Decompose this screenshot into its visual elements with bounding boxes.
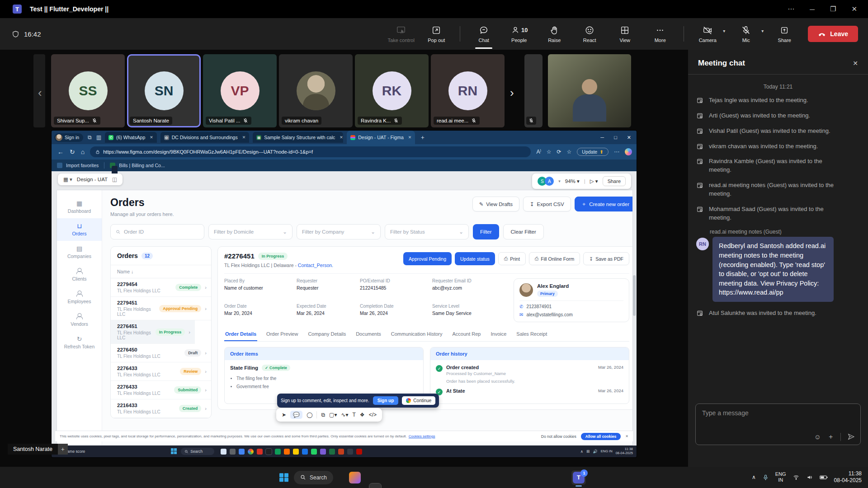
minimize-button[interactable]: ─ [810,5,815,13]
tab-documents[interactable]: Documents [355,328,382,341]
tray-mic-icon[interactable] [762,474,769,481]
video-tile[interactable]: RK Ravindra K... [355,54,429,127]
cookie-close-icon[interactable]: ✕ [625,434,628,438]
new-tab-button[interactable]: ＋ [420,133,425,141]
cursor-tool-icon[interactable]: ➤ [282,412,286,418]
order-row[interactable]: 2216433TL Flex Holdings LLCCreated› [111,399,211,418]
bills-bookmark-link[interactable]: Bills | Billing and Co... [119,163,165,168]
tab-communication-history[interactable]: Communication History [390,328,443,341]
order-id-input[interactable]: Order ID [110,224,204,239]
leave-button[interactable]: Leave [808,26,858,42]
view-button[interactable]: View [609,18,641,50]
video-tile-partial[interactable] [524,54,542,127]
terminal-icon[interactable]: >_ [369,483,381,488]
firefox-icon[interactable] [349,472,361,483]
share-button[interactable]: Share [768,18,801,50]
connector-tool-icon[interactable]: ∿▾ [341,412,348,418]
video-tile[interactable]: SN Santosh Narate [127,54,201,127]
sidebar-item-vendors[interactable]: Vendors [57,309,102,331]
close-button[interactable]: ✕ [851,5,857,13]
filter-company-select[interactable]: Filter by Company⌄ [297,224,381,239]
shared-taskbar-icons[interactable] [221,449,362,455]
url-field[interactable]: https://www.figma.com/design/9BKQ0FOHRWa… [90,146,531,157]
shape-tool-icon[interactable]: ▢▾ [329,412,337,418]
maximize-button[interactable]: ❐ [830,5,836,13]
code-tool-icon[interactable]: </> [369,412,377,418]
wifi-icon[interactable] [793,474,800,481]
browser-tab-dc-divisions[interactable]: ◍ DC Divisions and Surroundings✕ [160,132,249,143]
send-icon[interactable] [847,433,855,441]
filter-domicile-select[interactable]: Filter by Domicile⌄ [208,224,292,239]
attach-plus-icon[interactable]: ＋ [827,432,834,441]
sidebar-item-orders[interactable]: ⊔Orders [57,218,102,241]
emoji-icon[interactable]: ☺ [814,433,821,441]
camera-button[interactable]: Camera [691,25,724,43]
shared-start-button[interactable] [171,448,177,455]
browser-tab-salary-sheet[interactable]: ▦ Sample Salary Structure with calc✕ [253,132,343,143]
volume-icon[interactable] [806,474,813,481]
create-new-order-button[interactable]: ＋Create new order [575,197,633,211]
tab-close-icon[interactable]: ✕ [150,135,153,140]
page-scrollbar[interactable] [633,275,636,316]
contact-email[interactable]: ✉alex@vstatefilings.com [519,312,623,317]
figma-menu-icon[interactable]: ▦ ▾ [63,176,72,183]
allow-cookies-button[interactable]: Allow all cookies [581,433,621,440]
approval-pending-button[interactable]: Approval Pending [403,252,452,265]
browser-tab-figma-active[interactable]: Design - UAT - Figma✕ [347,131,415,144]
panel-toggle-icon[interactable]: ◫ [112,176,117,183]
browser-minimize-icon[interactable]: ─ [600,135,604,141]
more-button[interactable]: More [644,18,676,50]
video-tile[interactable]: vikram chavan [279,54,353,127]
pop-out-button[interactable]: Pop out [420,18,453,50]
tiles-prev-chevron-icon[interactable]: ‹ [38,86,42,100]
export-csv-button[interactable]: ↧Export CSV [523,197,571,211]
order-row[interactable]: 2276433TL Flex Holdings LLCSubmitted› [111,381,211,399]
order-row[interactable]: 2279451TL Flex Holdings LLCApproval Pend… [111,297,211,320]
tab-sales-receipt[interactable]: Sales Receipt [515,328,548,341]
avatars-chevron-icon[interactable]: ▾ [558,179,561,183]
tab-company-details[interactable]: Company Details [307,328,347,341]
sidebar-item-employees[interactable]: Employees [57,286,102,309]
taskbar-search[interactable]: Search [294,471,333,484]
collections-icon[interactable]: ☆ [567,149,572,155]
update-status-button[interactable]: Update status [455,252,495,265]
back-icon[interactable]: ← [57,148,64,155]
chat-button[interactable]: Chat [467,18,500,50]
sidebar-item-companies[interactable]: ▤Companies [57,241,102,263]
raise-hand-button[interactable]: Raise [538,18,571,50]
save-as-pdf-button[interactable]: ↧Save as PDF [583,252,629,265]
people-button[interactable]: 10 People [503,18,535,50]
order-row[interactable]: 2279454TL Flex Holdings LLCComplete› [111,278,211,297]
browser-maximize-icon[interactable]: □ [614,135,617,141]
browser-update-button[interactable]: Update⬆ [577,148,609,156]
tab-close-icon[interactable]: ✕ [408,135,412,140]
comment-tool-icon[interactable]: 💬 [290,411,302,419]
pin-presenter-button[interactable]: ＋ [58,444,68,455]
browser-tab-whatsapp[interactable]: ✆ (6) WhatsApp✕ [105,132,157,143]
react-button[interactable]: React [573,18,606,50]
chat-close-icon[interactable]: ✕ [853,60,858,67]
refresh-icon[interactable]: ↻ [70,148,75,155]
order-row[interactable]: 2276450TL Flex Holdings LLCDraft› [111,344,211,362]
video-tile[interactable]: RN read.ai mee... [431,54,505,127]
oval-tool-icon[interactable]: ◯ [307,412,312,418]
order-row-selected[interactable]: 2276451TL Flex Holdings LLCIn Progress› [111,320,195,344]
browser-settings-ellipsis-icon[interactable]: ⋯ [614,149,619,155]
sidebar-item-clients[interactable]: Clients [57,263,102,286]
tray-expand-chevron-icon[interactable]: ∧ [752,474,756,481]
tiles-next-chevron-icon[interactable]: › [510,86,514,100]
tab-close-icon[interactable]: ✕ [242,135,246,140]
browser-close-icon[interactable]: ✕ [627,135,631,141]
video-tile[interactable]: VP Vishal Patil ... [203,54,277,127]
present-icon[interactable]: ▷ ▾ [590,178,598,184]
contact-phone[interactable]: ✆2123874901 [519,304,623,309]
name-column-header[interactable]: Name ↓ [111,265,211,278]
google-continue-button[interactable]: Continue [402,396,435,405]
language-indicator[interactable]: ENGIN [775,472,786,483]
sidebar-item-refresh-token[interactable]: ↻Refresh Token [57,331,102,354]
home-icon[interactable]: ⌂ [81,148,85,155]
tab-search-icon[interactable]: ⧉ [88,134,92,141]
filter-status-select[interactable]: Filter by Status⌄ [385,224,469,239]
zoom-level[interactable]: 94% ▾ [565,178,580,184]
favorite-star-icon[interactable]: ☆ [547,149,552,155]
